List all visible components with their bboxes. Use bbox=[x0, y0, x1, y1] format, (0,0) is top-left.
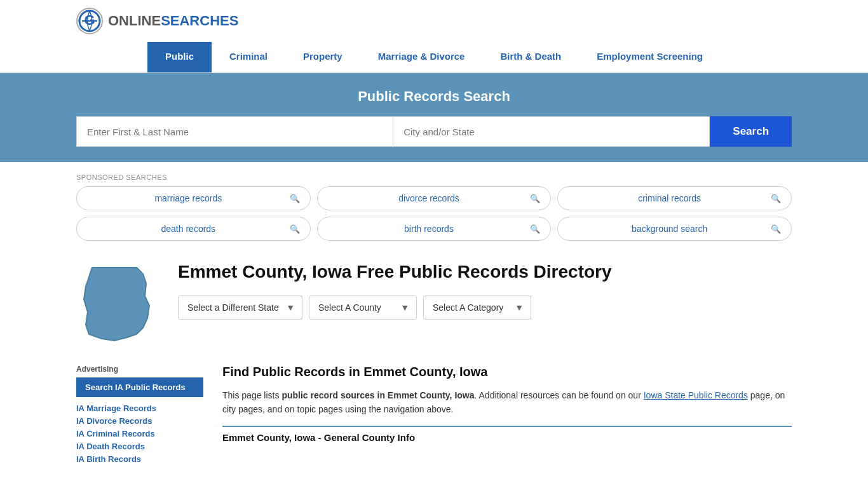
sponsored-item-background[interactable]: background search 🔍 bbox=[557, 217, 792, 241]
logo-searches: SEARCHES bbox=[161, 13, 238, 29]
main-nav: Public Criminal Property Marriage & Divo… bbox=[0, 42, 868, 73]
sponsored-text-background: background search bbox=[568, 224, 771, 234]
county-dropdown-wrapper: Select A County ▼ bbox=[309, 295, 417, 320]
search-icon-criminal: 🔍 bbox=[771, 194, 781, 203]
sponsored-item-divorce[interactable]: divorce records 🔍 bbox=[317, 186, 552, 210]
sidebar-link-death[interactable]: IA Death Records bbox=[76, 442, 203, 451]
advertising-label: Advertising bbox=[76, 365, 203, 374]
sidebar-link-divorce[interactable]: IA Divorce Records bbox=[76, 416, 203, 426]
state-map bbox=[76, 261, 159, 352]
sponsored-label: SPONSORED SEARCHES bbox=[76, 173, 792, 181]
search-banner-title: Public Records Search bbox=[76, 88, 792, 105]
search-icon-divorce: 🔍 bbox=[530, 194, 540, 203]
iowa-map-svg bbox=[76, 261, 159, 350]
sponsored-item-death[interactable]: death records 🔍 bbox=[76, 217, 311, 241]
sponsored-item-marriage[interactable]: marriage records 🔍 bbox=[76, 186, 311, 210]
sponsored-section: SPONSORED SEARCHES marriage records 🔍 di… bbox=[76, 173, 792, 241]
nav-criminal[interactable]: Criminal bbox=[212, 42, 285, 72]
sidebar-link-birth[interactable]: IA Birth Records bbox=[76, 454, 203, 464]
nav-property[interactable]: Property bbox=[285, 42, 360, 72]
nav-public[interactable]: Public bbox=[147, 42, 212, 72]
state-dropdown[interactable]: Select a Different State bbox=[178, 295, 302, 320]
search-button[interactable]: Search bbox=[710, 116, 792, 147]
sponsored-text-birth: birth records bbox=[328, 224, 531, 234]
sponsored-text-criminal: criminal records bbox=[568, 193, 771, 203]
county-title: Emmet County, Iowa Free Public Records D… bbox=[178, 261, 612, 283]
section-divider bbox=[222, 426, 792, 427]
content-row: Advertising Search IA Public Records IA … bbox=[76, 365, 792, 467]
logo-icon: G bbox=[76, 8, 103, 34]
desc-bold: public record sources in Emmet County, I… bbox=[281, 390, 474, 400]
sponsored-grid: marriage records 🔍 divorce records 🔍 cri… bbox=[76, 186, 792, 241]
content-area: Find Public Records in Emmet County, Iow… bbox=[222, 365, 792, 467]
sponsored-item-birth[interactable]: birth records 🔍 bbox=[317, 217, 552, 241]
sidebar-link-marriage[interactable]: IA Marriage Records bbox=[76, 403, 203, 413]
nav-marriage-divorce[interactable]: Marriage & Divorce bbox=[360, 42, 483, 72]
sidebar: Advertising Search IA Public Records IA … bbox=[76, 365, 203, 467]
header: G ONLINE SEARCHES bbox=[0, 0, 868, 42]
sponsored-text-marriage: marriage records bbox=[87, 193, 290, 203]
nav-birth-death[interactable]: Birth & Death bbox=[482, 42, 579, 72]
general-info-heading: Emmet County, Iowa - General County Info bbox=[222, 432, 792, 443]
county-info: Emmet County, Iowa Free Public Records D… bbox=[178, 261, 612, 320]
search-icon-birth: 🔍 bbox=[530, 224, 540, 234]
iowa-state-link[interactable]: Iowa State Public Records bbox=[644, 390, 748, 400]
logo-text: ONLINE SEARCHES bbox=[108, 13, 238, 29]
nav-employment[interactable]: Employment Screening bbox=[579, 42, 721, 72]
find-records-title: Find Public Records in Emmet County, Iow… bbox=[222, 365, 792, 379]
logo[interactable]: G ONLINE SEARCHES bbox=[76, 8, 238, 34]
sidebar-link-criminal[interactable]: IA Criminal Records bbox=[76, 429, 203, 438]
name-input[interactable] bbox=[76, 116, 393, 147]
sponsored-item-criminal[interactable]: criminal records 🔍 bbox=[557, 186, 792, 210]
sponsored-text-divorce: divorce records bbox=[328, 193, 531, 203]
search-row: Search bbox=[76, 116, 792, 147]
search-icon-death: 🔍 bbox=[290, 224, 300, 234]
category-dropdown[interactable]: Select A Category bbox=[423, 295, 531, 320]
county-section: Emmet County, Iowa Free Public Records D… bbox=[76, 256, 792, 352]
search-banner: Public Records Search Search bbox=[0, 73, 868, 162]
desc-mid: . Additional resources can be found on o… bbox=[475, 390, 644, 400]
svg-text:G: G bbox=[84, 12, 95, 28]
records-description: This page lists public record sources in… bbox=[222, 388, 792, 417]
dropdowns-row: Select a Different State ▼ Select A Coun… bbox=[178, 295, 612, 320]
county-dropdown[interactable]: Select A County bbox=[309, 295, 417, 320]
sidebar-cta-button[interactable]: Search IA Public Records bbox=[76, 377, 203, 397]
search-icon-background: 🔍 bbox=[771, 224, 781, 234]
logo-online: ONLINE bbox=[108, 13, 161, 29]
sponsored-text-death: death records bbox=[87, 224, 290, 234]
search-icon-marriage: 🔍 bbox=[290, 194, 300, 203]
desc-start: This page lists bbox=[222, 390, 281, 400]
city-input[interactable] bbox=[393, 116, 710, 147]
state-dropdown-wrapper: Select a Different State ▼ bbox=[178, 295, 302, 320]
category-dropdown-wrapper: Select A Category ▼ bbox=[423, 295, 531, 320]
